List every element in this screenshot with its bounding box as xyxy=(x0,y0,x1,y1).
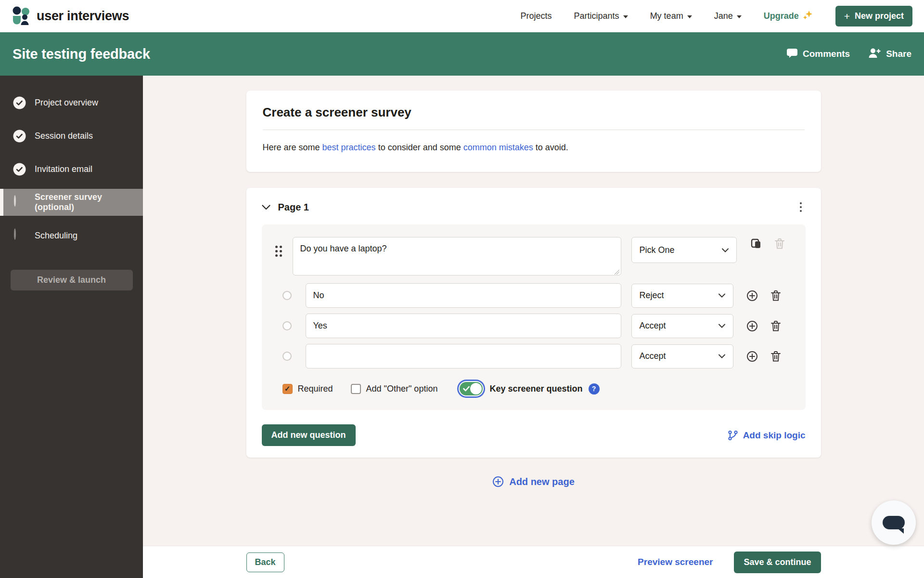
preview-screener-link[interactable]: Preview screener xyxy=(638,557,713,567)
chevron-down-icon xyxy=(719,354,725,358)
answer-option-row: Accept xyxy=(275,344,792,368)
page-menu-button[interactable] xyxy=(796,200,806,214)
option-text-input[interactable] xyxy=(306,283,621,308)
delete-question-button xyxy=(773,237,786,250)
required-checkbox[interactable]: ✓ xyxy=(282,384,293,394)
option-action-select[interactable]: Accept xyxy=(631,314,733,338)
empty-circle-icon xyxy=(13,196,26,209)
duplicate-question-button[interactable] xyxy=(749,237,763,250)
sparkles-icon xyxy=(803,10,813,23)
delete-option-button[interactable] xyxy=(770,319,782,333)
comment-bubble-icon xyxy=(786,48,798,61)
key-screener-toggle[interactable] xyxy=(460,382,483,395)
check-circle-icon xyxy=(13,163,26,176)
best-practices-link[interactable]: best practices xyxy=(322,143,376,152)
chevron-down-icon xyxy=(722,248,729,252)
trash-icon xyxy=(770,351,781,362)
collapse-page-button[interactable] xyxy=(262,205,270,210)
question-panel: Do you have a laptop? Pick One xyxy=(262,224,806,410)
wizard-footer: Back Preview screener Save & continue xyxy=(143,546,924,578)
trash-icon xyxy=(774,238,785,250)
sidebar-item-screener-survey[interactable]: Screener survey (optional) xyxy=(0,189,143,216)
add-other-label: Add "Other" option xyxy=(366,384,438,394)
project-header: Site testing feedback Comments Share xyxy=(0,32,924,76)
add-other-checkbox[interactable] xyxy=(351,384,361,394)
question-type-select[interactable]: Pick One xyxy=(631,237,737,263)
steps-sidebar: Project overview Session details Invitat… xyxy=(0,76,143,578)
drag-handle-icon[interactable] xyxy=(275,246,282,257)
trash-icon xyxy=(770,320,781,332)
page-name: Page 1 xyxy=(278,202,309,213)
chevron-down-icon xyxy=(719,324,725,328)
nav-links: Projects Participants My team Jane Upgra… xyxy=(521,6,912,26)
save-continue-button[interactable]: Save & continue xyxy=(734,552,821,573)
plus-circle-icon xyxy=(492,476,504,487)
check-circle-icon xyxy=(13,130,26,143)
main-content: Create a screener survey Here are some b… xyxy=(143,76,924,546)
option-text-input[interactable] xyxy=(306,314,621,338)
key-screener-label: Key screener question xyxy=(489,384,582,394)
plus-circle-icon xyxy=(746,351,758,362)
option-action-select[interactable]: Accept xyxy=(631,344,733,368)
required-label: Required xyxy=(298,384,333,394)
radio-icon xyxy=(282,291,292,300)
answer-option-row: Reject xyxy=(275,283,792,308)
option-text-input[interactable] xyxy=(306,344,621,368)
toggle-knob xyxy=(470,383,482,394)
plus-icon: + xyxy=(844,13,850,20)
upgrade-link[interactable]: Upgrade xyxy=(764,10,813,23)
plus-circle-icon xyxy=(746,290,758,302)
top-nav: user interviews Projects Participants My… xyxy=(0,0,924,32)
nav-my-team[interactable]: My team xyxy=(650,11,692,21)
sidebar-item-session-details[interactable]: Session details xyxy=(0,122,143,149)
add-option-button[interactable] xyxy=(745,350,759,363)
review-launch-button[interactable]: Review & launch xyxy=(11,270,133,290)
chevron-down-icon xyxy=(623,15,628,18)
new-project-button[interactable]: + New project xyxy=(835,6,912,26)
check-circle-icon xyxy=(13,96,26,109)
back-button[interactable]: Back xyxy=(246,552,284,572)
sidebar-item-project-overview[interactable]: Project overview xyxy=(0,89,143,116)
divider xyxy=(263,130,805,130)
project-title: Site testing feedback xyxy=(13,46,150,62)
add-option-button[interactable] xyxy=(745,319,759,333)
plus-circle-icon xyxy=(746,320,758,332)
common-mistakes-link[interactable]: common mistakes xyxy=(463,143,533,152)
copy-icon xyxy=(750,238,762,250)
check-icon xyxy=(463,386,470,392)
person-plus-icon xyxy=(868,48,881,61)
radio-icon xyxy=(282,321,292,330)
chevron-down-icon xyxy=(737,15,742,18)
radio-icon xyxy=(282,352,292,361)
survey-page-card: Page 1 Do you have a laptop? xyxy=(246,188,821,458)
chat-widget-button[interactable] xyxy=(872,500,916,545)
chevron-down-icon xyxy=(262,205,270,210)
add-option-button[interactable] xyxy=(745,289,759,302)
add-new-question-button[interactable]: Add new question xyxy=(262,424,356,446)
brand-logo[interactable]: user interviews xyxy=(12,6,129,27)
nav-user-menu[interactable]: Jane xyxy=(714,11,742,21)
page-title: Create a screener survey xyxy=(263,105,805,120)
comments-button[interactable]: Comments xyxy=(786,48,850,61)
sidebar-item-invitation-email[interactable]: Invitation email xyxy=(0,156,143,183)
nav-projects[interactable]: Projects xyxy=(521,11,552,21)
branch-icon xyxy=(728,430,738,441)
empty-circle-icon xyxy=(13,229,26,242)
add-new-page-link[interactable]: Add new page xyxy=(492,476,575,487)
delete-option-button[interactable] xyxy=(770,289,782,302)
option-action-select[interactable]: Reject xyxy=(631,284,733,308)
add-skip-logic-link[interactable]: Add skip logic xyxy=(728,430,806,441)
chat-bubble-icon xyxy=(883,516,905,529)
sidebar-item-scheduling[interactable]: Scheduling xyxy=(0,222,143,249)
help-icon[interactable]: ? xyxy=(589,383,600,394)
chevron-down-icon xyxy=(687,15,692,18)
delete-option-button[interactable] xyxy=(770,350,782,363)
intro-card: Create a screener survey Here are some b… xyxy=(246,91,821,172)
nav-participants[interactable]: Participants xyxy=(574,11,628,21)
question-text-input[interactable]: Do you have a laptop? xyxy=(293,237,621,276)
share-button[interactable]: Share xyxy=(868,48,911,61)
chevron-down-icon xyxy=(719,293,725,298)
trash-icon xyxy=(770,290,781,302)
intro-text: Here are some best practices to consider… xyxy=(263,143,805,153)
answer-option-row: Accept xyxy=(275,314,792,338)
